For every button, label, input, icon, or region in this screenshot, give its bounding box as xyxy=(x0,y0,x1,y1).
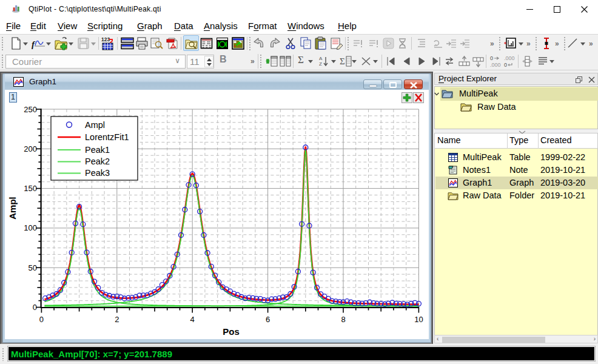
svg-text:0: 0 xyxy=(33,303,37,312)
svg-text:200: 200 xyxy=(24,144,37,153)
svg-text:50: 50 xyxy=(29,263,37,272)
svg-text:2: 2 xyxy=(115,315,119,324)
svg-text:Peak1: Peak1 xyxy=(85,145,110,155)
svg-text:LorentzFit1: LorentzFit1 xyxy=(85,132,129,142)
svg-text:10: 10 xyxy=(414,315,423,324)
svg-text:250: 250 xyxy=(24,105,37,114)
svg-text:6: 6 xyxy=(266,315,270,324)
svg-text:150: 150 xyxy=(24,184,37,193)
svg-text:100: 100 xyxy=(24,223,37,232)
svg-text:4: 4 xyxy=(190,315,195,324)
svg-text:8: 8 xyxy=(341,315,345,324)
svg-text:Peak3: Peak3 xyxy=(85,168,110,178)
svg-text:Ampl: Ampl xyxy=(85,120,105,130)
svg-text:Peak2: Peak2 xyxy=(85,157,110,166)
svg-text:0: 0 xyxy=(39,315,44,324)
svg-text:Ampl: Ampl xyxy=(7,197,18,220)
svg-text:Pos: Pos xyxy=(223,326,240,337)
